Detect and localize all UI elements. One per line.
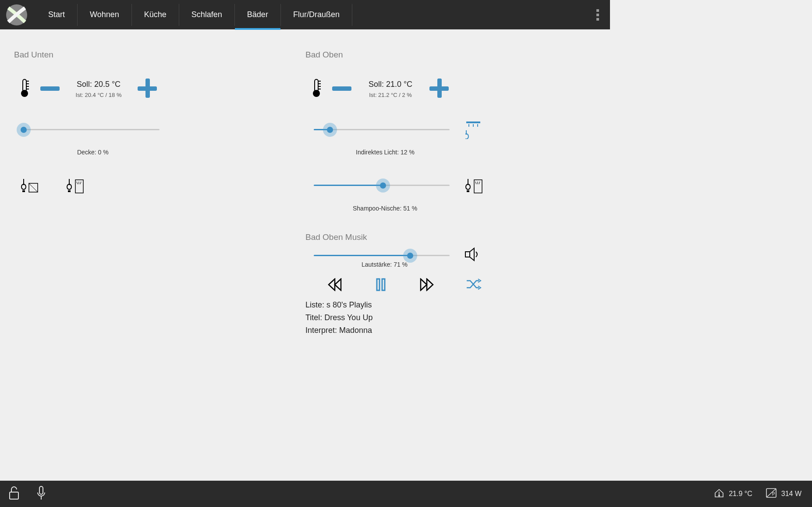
slider-volume[interactable] xyxy=(314,255,450,256)
nav-item-kueche[interactable]: Küche xyxy=(132,4,179,26)
svg-rect-45 xyxy=(382,279,385,290)
thermometer-icon xyxy=(311,79,322,100)
music-title: Titel: Dress You Up xyxy=(305,313,372,322)
svg-point-5 xyxy=(21,90,28,97)
nav-label: Küche xyxy=(144,10,167,19)
temp-plus-button[interactable] xyxy=(428,77,450,101)
music-artist: Interpret: Madonna xyxy=(305,326,372,335)
music-playlist: Liste: s 80's Playlis xyxy=(305,300,372,310)
thermostat-bad-oben: Soll: 21.0 °C Ist: 21.2 °C / 2 % xyxy=(311,77,450,101)
light-shower-button[interactable] xyxy=(67,177,84,196)
svg-rect-1 xyxy=(596,9,599,12)
nav-item-flur-draussen[interactable]: Flur/Draußen xyxy=(281,4,352,26)
svg-rect-2 xyxy=(596,14,599,16)
svg-rect-23 xyxy=(315,79,318,92)
slider-volume-label: Lautstärke: 71 % xyxy=(362,261,408,268)
svg-rect-32 xyxy=(466,121,480,123)
section-title-bad-unten: Bad Unten xyxy=(14,50,53,60)
temp-ist: Ist: 20.4 °C / 18 % xyxy=(76,92,122,98)
nav-item-baeder[interactable]: Bäder xyxy=(235,4,281,26)
svg-rect-10 xyxy=(40,86,60,91)
svg-rect-18 xyxy=(68,190,71,192)
section-title-bad-oben-musik: Bad Oben Musik xyxy=(305,232,367,242)
svg-line-40 xyxy=(475,182,476,184)
music-meta: Liste: s 80's Playlis Titel: Dress You U… xyxy=(305,300,372,339)
slider-shampoo[interactable] xyxy=(314,185,450,186)
slider-thumb[interactable] xyxy=(376,179,390,193)
svg-rect-44 xyxy=(377,279,379,290)
nav-label: Wohnen xyxy=(90,10,119,19)
svg-rect-43 xyxy=(465,252,470,257)
slider-decke[interactable] xyxy=(24,129,160,130)
slider-shampoo-label: Shampoo-Nische: 51 % xyxy=(353,205,417,212)
svg-line-42 xyxy=(479,182,480,184)
svg-rect-29 xyxy=(332,86,351,91)
nav-label: Flur/Draußen xyxy=(293,10,340,19)
light-mirror-button[interactable] xyxy=(21,177,39,196)
svg-rect-31 xyxy=(437,79,442,98)
nav-item-start[interactable]: Start xyxy=(36,4,78,26)
svg-line-22 xyxy=(80,182,81,184)
nav-item-wohnen[interactable]: Wohnen xyxy=(78,4,132,26)
temp-minus-button[interactable] xyxy=(39,77,61,101)
svg-line-20 xyxy=(77,182,78,184)
svg-rect-38 xyxy=(467,190,469,192)
slider-thumb[interactable] xyxy=(403,249,417,263)
slider-thumb[interactable] xyxy=(17,123,31,137)
temp-ist: Ist: 21.2 °C / 2 % xyxy=(369,92,412,98)
svg-rect-12 xyxy=(145,79,150,98)
temp-minus-button[interactable] xyxy=(330,77,353,101)
top-nav: Start Wohnen Küche Schlafen Bäder Flur/D… xyxy=(0,0,610,29)
slider-indirekt-label: Indirektes Licht: 12 % xyxy=(356,149,415,156)
temp-plus-button[interactable] xyxy=(136,77,159,101)
more-menu-icon[interactable] xyxy=(596,0,599,29)
nav-label: Schlafen xyxy=(191,10,222,19)
temp-soll: Soll: 21.0 °C xyxy=(369,80,412,89)
svg-point-24 xyxy=(313,90,320,97)
app-logo xyxy=(6,4,27,25)
next-track-button[interactable] xyxy=(420,278,434,293)
thermostat-bad-unten: Soll: 20.5 °C Ist: 20.4 °C / 18 % xyxy=(19,77,159,101)
speaker-icon[interactable] xyxy=(465,247,480,263)
light-shower-button[interactable] xyxy=(465,177,483,196)
nav-label: Bäder xyxy=(247,10,268,19)
previous-track-button[interactable] xyxy=(328,278,342,293)
light-shower-head-button[interactable] xyxy=(465,121,481,141)
svg-line-16 xyxy=(29,183,38,192)
temp-soll: Soll: 20.5 °C xyxy=(77,80,121,89)
pause-button[interactable] xyxy=(376,278,386,293)
svg-rect-4 xyxy=(23,79,26,92)
music-transport xyxy=(328,278,434,293)
svg-rect-14 xyxy=(22,190,25,192)
content-area: Bad Unten Soll: 20.5 °C Ist: 20.4 °C / 1… xyxy=(0,29,610,355)
section-title-bad-oben: Bad Oben xyxy=(305,50,343,60)
nav-item-schlafen[interactable]: Schlafen xyxy=(179,4,235,26)
shuffle-button[interactable] xyxy=(466,277,482,293)
slider-thumb[interactable] xyxy=(323,123,337,137)
nav-label: Start xyxy=(48,10,65,19)
thermometer-icon xyxy=(19,79,30,100)
slider-decke-label: Decke: 0 % xyxy=(77,149,109,156)
svg-rect-3 xyxy=(596,18,599,21)
slider-indirekt[interactable] xyxy=(314,129,450,130)
